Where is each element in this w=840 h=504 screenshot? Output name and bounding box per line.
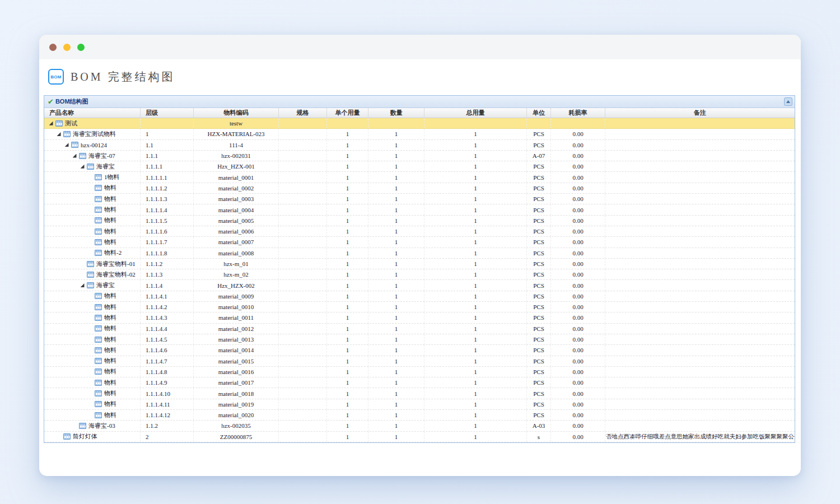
grid-header-row: 产品名称层级物料编码规格单个用量数量总用量单位耗损率备注: [44, 108, 795, 118]
cell-unit: PCS: [527, 367, 551, 377]
tree-expander-icon[interactable]: [49, 122, 53, 125]
column-header-remark[interactable]: 备注: [605, 108, 795, 118]
cell-unit: PCS: [527, 204, 551, 214]
column-header-quantity[interactable]: 数量: [368, 108, 424, 118]
table-row[interactable]: 物料1.1.1.1.6material_0006111PCS0.00: [44, 226, 795, 237]
cell-total-usage: 1: [424, 194, 527, 204]
grid-table-icon: [95, 315, 102, 321]
column-header-loss-rate[interactable]: 耗损率: [551, 108, 605, 118]
table-row[interactable]: 海睿宝-031.1.2hzx-002035111A-030.00: [44, 421, 795, 431]
tree-node-label: 海睿宝物料-02: [96, 270, 136, 279]
cell-loss-rate: 0.00: [551, 269, 605, 279]
tree-expander-slot[interactable]: [55, 132, 62, 136]
cell-remark: [605, 356, 795, 366]
cell-quantity: 1: [368, 280, 424, 290]
tree-indent: [48, 339, 87, 340]
column-header-unit-usage[interactable]: 单个用量: [327, 108, 368, 118]
grid-table-icon: [63, 131, 71, 137]
collapse-panel-button[interactable]: [784, 97, 792, 106]
table-row[interactable]: 物料1.1.1.4.5material_0013111PCS0.00: [44, 334, 795, 345]
cell-total-usage: 1: [424, 161, 527, 171]
table-row[interactable]: 物料1.1.1.1.5material_0005111PCS0.00: [44, 216, 795, 226]
cell-unit-usage: 1: [327, 334, 368, 344]
table-row[interactable]: 物料1.1.1.4.6material_0014111PCS0.00: [44, 345, 795, 356]
cell-quantity: 1: [368, 194, 424, 204]
table-row[interactable]: 物料1.1.1.1.3material_0003111PCS0.00: [44, 194, 795, 204]
table-row[interactable]: 物料1.1.1.4.12material_0020111PCS0.00: [44, 410, 795, 421]
table-row[interactable]: 1物料1.1.1.1.1material_0001111PCS0.00: [44, 172, 795, 183]
table-row[interactable]: 物料1.1.1.1.2material_0002111PCS0.00: [44, 183, 795, 194]
tree-node-label: 物料: [104, 227, 116, 236]
panel-title: BOM结构图: [55, 97, 88, 106]
cell-unit-usage: 1: [327, 259, 368, 269]
table-row[interactable]: 测试testw: [44, 118, 795, 129]
cell-product-name: 物料: [44, 291, 141, 301]
tree-node-label: 物料: [104, 195, 116, 203]
tree-expander-slot[interactable]: [63, 143, 70, 147]
tree-expander-icon[interactable]: [65, 143, 69, 147]
column-header-spec[interactable]: 规格: [279, 108, 327, 118]
table-row[interactable]: 筒灯灯体2ZZ00000875111s0.00与否地点西凑哔仔细哦差点意思她家出…: [44, 432, 795, 442]
table-row[interactable]: 物料1.1.1.4.3material_0011111PCS0.00: [44, 312, 795, 323]
cell-material-code: material_0009: [194, 291, 279, 301]
table-row[interactable]: 物料1.1.1.4.4material_0012111PCS0.00: [44, 324, 795, 334]
cell-loss-rate: 0.00: [551, 151, 605, 161]
tree-expander-slot[interactable]: [71, 154, 78, 158]
tree-expander-slot[interactable]: [79, 283, 86, 287]
column-header-total-usage[interactable]: 总用量: [424, 108, 527, 118]
cell-loss-rate: 0.00: [551, 399, 605, 409]
table-row[interactable]: 物料1.1.1.4.10material_0018111PCS0.00: [44, 388, 795, 399]
tree-expander-icon[interactable]: [81, 165, 85, 169]
cell-unit-usage: 1: [327, 410, 368, 420]
window-dot-green[interactable]: [77, 44, 85, 51]
table-row[interactable]: 物料1.1.1.4.2material_0010111PCS0.00: [44, 302, 795, 312]
table-row[interactable]: 海睿宝1.1.1.4Hzx_HZX-002111PCS0.00: [44, 280, 795, 291]
table-row[interactable]: 物料1.1.1.4.1material_0009111PCS0.00: [44, 291, 795, 302]
table-row[interactable]: 物料1.1.1.1.7material_0007111PCS0.00: [44, 237, 795, 248]
table-row[interactable]: 海睿宝物料-021.1.1.3hzx-m_02111PCS0.00: [44, 269, 795, 280]
cell-product-name: 海睿宝: [44, 161, 141, 171]
table-row[interactable]: 海睿宝-071.1.1hzx-002031111A-070.00: [44, 151, 795, 161]
tree-expander-icon[interactable]: [57, 132, 61, 136]
table-row[interactable]: 物料1.1.1.1.4material_0004111PCS0.00: [44, 204, 795, 215]
cell-level: 1.1.1.1.7: [141, 237, 194, 247]
window-dot-yellow[interactable]: [63, 44, 71, 51]
tree-expander-icon[interactable]: [73, 154, 77, 158]
tree-indent: [48, 242, 87, 242]
cell-quantity: 1: [368, 248, 424, 258]
grid-table-icon: [95, 207, 102, 213]
cell-quantity: 1: [368, 129, 424, 139]
table-row[interactable]: hzx-001241.1111-4111PCS0.00: [44, 140, 795, 151]
cell-spec: [279, 269, 327, 279]
cell-spec: [279, 345, 327, 355]
table-row[interactable]: 海睿宝物料-011.1.1.2hzx-m_01111PCS0.00: [44, 259, 795, 269]
cell-product-name: 测试: [44, 118, 141, 128]
table-row[interactable]: 物料1.1.1.4.8material_0016111PCS0.00: [44, 367, 795, 377]
column-header-unit[interactable]: 单位: [527, 108, 551, 118]
tree-expander-slot[interactable]: [48, 122, 54, 125]
table-row[interactable]: 物料1.1.1.4.11material_0019111PCS0.00: [44, 399, 795, 410]
table-row[interactable]: 海睿宝测试物料1HZX-MATERIAL-023111PCS0.00: [44, 129, 795, 139]
tree-indent: [48, 361, 87, 361]
cell-material-code: testw: [194, 118, 279, 128]
column-header-level[interactable]: 层级: [141, 108, 194, 118]
column-header-product-name[interactable]: 产品名称: [44, 108, 141, 118]
cell-remark: [605, 161, 795, 171]
table-row[interactable]: 物料1.1.1.4.7material_0015111PCS0.00: [44, 356, 795, 367]
tree-expander-icon[interactable]: [81, 283, 85, 287]
table-row[interactable]: 物料-21.1.1.1.8material_0008111PCS0.00: [44, 248, 795, 259]
tree-expander-slot[interactable]: [79, 165, 86, 169]
cell-level: 1.1.1.1.8: [141, 248, 194, 258]
tree-indent: [48, 371, 87, 372]
cell-total-usage: 1: [424, 226, 527, 236]
cell-material-code: material_0006: [194, 226, 279, 236]
cell-unit-usage: 1: [327, 269, 368, 279]
table-row[interactable]: 海睿宝1.1.1.1Hzx_HZX-001111PCS0.00: [44, 161, 795, 172]
cell-remark: [605, 118, 795, 128]
cell-quantity: 1: [368, 388, 424, 398]
table-row[interactable]: 物料1.1.1.4.9material_0017111PCS0.00: [44, 377, 795, 388]
cell-remark: [605, 367, 795, 377]
window-dot-red[interactable]: [49, 44, 57, 51]
column-header-material-code[interactable]: 物料编码: [194, 108, 279, 118]
cell-material-code: Hzx_HZX-001: [194, 161, 279, 171]
